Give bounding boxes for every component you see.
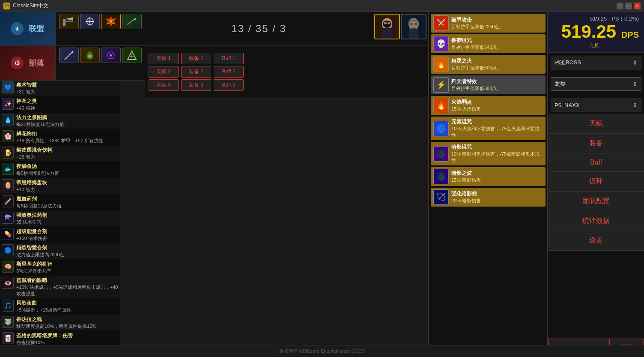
buff-icon: 🃏 [2,332,14,344]
debuff-desc: 10% 火焰和冰霜伤害，-75点火焰和冰霜抗性 [451,126,543,138]
buff-item[interactable]: ✨ 神圣之灵 +40 精神 [0,97,120,112]
buff-item[interactable]: 💊 超级能量合剂 +150 法术伤害 [0,227,120,243]
buff-desc: 法力值上限提高2000点 [16,252,64,258]
phase-dropdown[interactable]: P6, NAXX ⇕ [551,99,641,111]
char-icon-2[interactable] [401,14,426,39]
alliance-label: 联盟 [29,24,44,34]
buff-desc: +40 精神 [16,105,37,111]
buff-name: 奥术智慧 [16,81,37,89]
buff-item[interactable]: 🧪 魔血药剂 每5秒回复12点法力值 [0,195,120,210]
buff-name: 鲜花饰扣 [16,130,103,138]
svg-point-18 [415,23,417,25]
debuff-item[interactable]: 🌑 暗影之波 15% 暗影伤害 [431,167,546,186]
class-icon-warlock[interactable] [101,48,121,63]
buff-item[interactable]: 💙 奥术智慧 +31 智力 [0,81,120,96]
buff-name: 神圣之灵 [16,98,37,105]
preset-equip-1[interactable]: 装备 1 [181,53,211,64]
buff-item[interactable]: 🥚 帝恩培姆蛋块 +10 智力 [0,178,120,194]
debuff-item[interactable]: 🏹 强化暗影箭 20% 暗影伤害 [431,188,546,207]
debuff-desc: 10% 暗影和奥术伤害，-75点暗影和奥术抗性 [451,151,543,164]
preset-talent-1[interactable]: 天赋 1 [149,53,179,64]
debuff-name: 暗影诅咒 [451,144,543,151]
app-title: ClassicSim中文 [13,2,617,9]
buff-item[interactable]: ⚗️ 强效奥法药剂 35 法术伤害 [0,211,120,226]
preset-talent-2[interactable]: 天赋 2 [149,66,179,78]
buff-item[interactable]: 🌸 鲜花饰扣 +16 所有属性，+384 护甲，+27 所有抗性 [0,129,120,145]
debuff-desc: 目标护甲值降低600点。 [451,85,501,92]
buff-icon: 🧪 [2,195,14,207]
buff-desc: 3%法术暴击几率 [16,268,52,274]
buff-item[interactable]: 🔵 精炼智慧合剂 法力值上限提高2000点 [0,243,120,259]
debuff-name: 歼天者特效 [451,78,501,85]
debuff-item[interactable]: 💀 鲁莽诅咒 目标护甲值降低640点。 [431,34,546,53]
debuff-desc: 15% 火焰伤害 [451,106,481,112]
debuff-icon: ⚔️ [433,15,449,31]
debuff-desc: 目标护甲值降低2250点。 [451,24,504,30]
content-area: 💙 奥术智慧 +31 智力 ✨ 神圣之灵 +40 精神 💧 法力之泉图腾 每21… [0,81,428,357]
svg-point-14 [388,22,390,24]
enemy-type-dropdown[interactable]: 龙类 ⇕ [551,77,641,91]
buff-desc: 每21秒恢复10点法力值。 [16,121,69,128]
debuff-name: 暗影之波 [451,170,481,177]
preset-equip-2[interactable]: 装备 2 [181,66,211,78]
preset-buff-1[interactable]: Buff 1 [214,53,244,64]
char-icon-1[interactable] [374,14,400,39]
minimize-button[interactable]: ─ [617,3,623,9]
horde-button[interactable]: ⚙ 部落 [0,46,56,80]
debuff-item[interactable]: ⚔️ 破甲攻击 目标护甲值降低2250点。 [431,14,546,33]
class-icon-warrior[interactable] [59,14,79,29]
preset-row-1: 天赋 1 装备 1 Buff 1 [149,53,425,64]
cycle-button[interactable]: 循环 [548,172,644,192]
tps-text: 519.25 TPS (-0.2%) [553,15,639,22]
svg-rect-2 [65,21,73,22]
talent-button[interactable]: 天赋 [548,114,644,134]
alliance-button[interactable]: ⚜ 联盟 [0,12,56,45]
buff-icon: 💧 [2,114,14,126]
buff-item[interactable]: 👁️ 盗贼者的眼睛 +10% 法术爆击，+5%近战和远程攻击爆击，+40攻击强度 [0,276,120,298]
main-container: ⚜ 联盟 [0,12,644,357]
class-icon-mage[interactable] [101,14,121,29]
enemy-type-arrow-icon: ⇕ [632,81,638,87]
debuff-item[interactable]: ⚡ 歼天者特效 目标护甲值降低600点。 [431,75,546,94]
nav-top: ⚜ 联盟 [0,12,428,45]
buff-item[interactable]: 🍺 鳞皮层混合饮料 +25 智力 [0,146,120,161]
close-button[interactable]: ✕ [634,3,641,9]
buff-item[interactable]: 🐺 兽达拉之魂 移动速度提高10%，所有属性提高15% [0,315,120,330]
debuff-item[interactable]: 🌀 元素诅咒 10% 火焰和冰霜伤害，-75点火焰和冰霜抗性 [431,117,546,140]
class-icon-druid[interactable] [80,48,100,63]
class-icon-rogue[interactable] [59,48,79,63]
click-hint[interactable]: 点我！ [553,42,639,49]
class-icon-hunter[interactable] [122,14,142,29]
horde-icon: ⚙ [11,57,24,69]
class-icon-paladin[interactable] [80,14,100,29]
team-config-button[interactable]: 团队配置 [548,192,644,211]
buff-icon: ⚗️ [2,212,14,224]
class-icon-shaman[interactable] [122,48,142,63]
debuff-name: 火焰弱点 [451,99,481,106]
buff-item[interactable]: 🎵 风歌夜曲 +5%爆击，+15点所有属性 [0,299,120,314]
debuff-name: 强化暗影箭 [451,190,481,198]
debuff-icon: 🔥 [433,57,449,72]
buff-icon: 🍺 [2,147,14,159]
buff-item[interactable]: 🃏 圣格的黑暗塔罗牌：伤害 伤害投掷10% [0,331,120,347]
debuff-item[interactable]: 🌑 暗影诅咒 10% 暗影和奥术伤害，-75点暗影和奥术抗性 [431,142,546,165]
debuff-item[interactable]: 🔥 精灵之火 目标护甲值降低505点。 [431,55,546,74]
buff-name: 斯里基克的机智 [16,261,52,268]
buff-desc: +31 智力 [16,89,37,95]
svg-point-13 [384,22,387,24]
buff-button[interactable]: Buff [548,153,644,172]
buff-item[interactable]: 💧 法力之泉图腾 每21秒恢复10点法力值。 [0,113,120,129]
maximize-button[interactable]: □ [625,3,632,9]
horde-label: 部落 [29,58,44,68]
preset-buff-2[interactable]: Buff 2 [214,66,244,78]
stats-button[interactable]: 统计数据 [548,211,644,231]
debuff-item[interactable]: 🔥 火焰弱点 15% 火焰伤害 [431,96,546,115]
buff-icon: 🧠 [2,261,14,273]
equipment-button[interactable]: 装备 [548,134,644,153]
boss-type-dropdown[interactable]: 标准BOSS ⇕ [551,56,641,69]
count-display: 13 / 35 / 3 [145,12,373,45]
buff-item[interactable]: 🧠 斯里基克的机智 3%法术暴击几率 [0,260,120,275]
buff-item[interactable]: 🐟 夜鳞鱼汤 每5秒回复8点法力值 [0,162,120,177]
settings-button[interactable]: 设置 [548,231,644,251]
nav-wrapper: ⚜ 联盟 [0,12,428,81]
